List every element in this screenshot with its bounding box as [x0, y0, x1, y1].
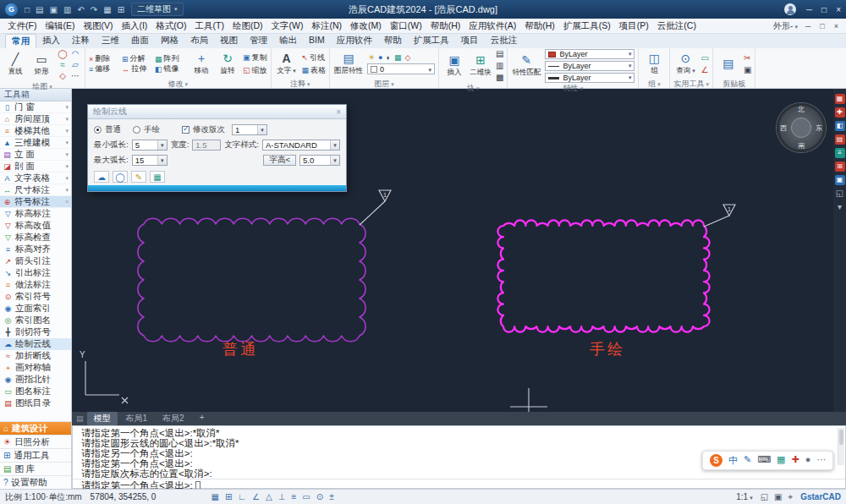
revision-number-select[interactable]: 1 — [232, 124, 267, 135]
ribbon-tab[interactable]: 曲面 — [125, 34, 155, 48]
draw-tool-button[interactable]: ▭ 矩形 — [30, 49, 53, 81]
status-toggle-icon[interactable]: ∟ — [238, 492, 246, 501]
block-tool-icon-button[interactable]: ▤ — [496, 49, 503, 59]
menu-item[interactable]: 标注(N) — [307, 19, 346, 33]
qat-icon[interactable]: ↷ — [91, 5, 97, 14]
side-tool-icon[interactable]: ◧ — [835, 121, 845, 131]
menu-item[interactable]: 项目(P) — [615, 19, 653, 33]
side-tool-icon[interactable]: ▦ — [835, 94, 845, 104]
ime-icon[interactable]: 中 — [728, 454, 738, 467]
ribbon-tab[interactable]: 注释 — [66, 34, 96, 48]
radio-freehand[interactable] — [133, 126, 140, 134]
toolbox-item[interactable]: ▽ 标高标注 — [0, 208, 71, 220]
status-toggle-icon[interactable]: ⊥ — [278, 492, 286, 501]
qat-icon[interactable]: ↶ — [77, 5, 84, 14]
menu-item[interactable]: 帮助(H) — [426, 19, 465, 33]
toolbox-item[interactable]: ≡ 做法标注 — [0, 279, 71, 291]
user-avatar[interactable] — [784, 3, 796, 15]
ime-icon[interactable]: ⌨ — [757, 454, 771, 467]
cloud-tool-icon[interactable]: ✎ — [131, 171, 146, 183]
toolbox-item[interactable]: ◉ 画指北针 — [0, 374, 71, 386]
compass-north-label[interactable]: 北 — [798, 105, 805, 114]
layout-tab[interactable]: 模型 — [87, 412, 118, 425]
draw-tool-icon-button[interactable]: ◇ — [57, 71, 69, 81]
window-control-button[interactable]: ─ — [806, 5, 812, 14]
panel-label-annotate[interactable]: 注释 — [275, 79, 327, 88]
modify-tool-button[interactable]: ◧ 镜像 — [155, 64, 186, 74]
status-toggle-icon[interactable]: ⊞ — [225, 492, 232, 501]
qat-icon[interactable]: ⊞ — [118, 5, 124, 14]
status-toggle-icon[interactable]: ≡ — [291, 492, 296, 501]
text-style-select[interactable]: A-STANDARD — [262, 140, 340, 151]
compass-south-label[interactable]: 南 — [798, 141, 805, 151]
block-tool-icon-button[interactable]: ▩ — [496, 73, 503, 83]
toolbox-item[interactable]: ╋ 剖切符号 — [0, 326, 71, 338]
text-height-select[interactable]: 5.0 — [299, 155, 340, 166]
status-toggle-icon[interactable]: ± — [329, 492, 334, 501]
toolbox-category[interactable]: ☀ 日照分析 — [0, 435, 71, 448]
draw-tool-icon-button[interactable]: ◯ — [57, 49, 69, 59]
draw-cloud-dialog[interactable]: 绘制云线 × 普通 手绘 修改版次 1 最小弧长: 5 宽度: 1.5 — [87, 104, 347, 192]
layer-select[interactable]: 0 — [367, 63, 435, 74]
width-field[interactable]: 1.5 — [192, 140, 221, 151]
menu-item[interactable]: 修改(M) — [346, 19, 386, 33]
panel-label-layer[interactable]: 图层 — [333, 79, 435, 88]
side-tool-icon[interactable]: ▣ — [835, 175, 845, 185]
side-tool-icon[interactable]: ⊞ — [835, 162, 845, 172]
draw-tool-icon-button[interactable]: ⋯ — [69, 71, 81, 81]
revision-number-marker[interactable]: 1 — [704, 205, 735, 227]
layout-tab[interactable]: 布局1 — [119, 412, 155, 425]
side-tool-icon[interactable]: ≡ — [835, 148, 845, 158]
toolbox-item[interactable]: ◎ 索引图名 — [0, 315, 71, 326]
ribbon-tab[interactable]: 管理 — [244, 34, 273, 48]
toolbox-group[interactable]: ▯ 门 窗 — [0, 101, 71, 113]
toolbox-category[interactable]: ▤ 图 库 — [0, 462, 71, 475]
menu-item[interactable]: 插入(I) — [117, 19, 151, 33]
menu-item[interactable]: 扩展工具(S) — [559, 19, 615, 33]
ribbon-tab[interactable]: 项目 — [455, 34, 485, 48]
input-method-toolbar[interactable]: S 中✎⌨▦✚●⋯ — [702, 451, 833, 470]
menu-item[interactable]: 视图(V) — [79, 19, 117, 33]
menu-item[interactable]: 编辑(E) — [41, 19, 79, 33]
status-toggle-icon[interactable]: ▭ — [302, 492, 310, 501]
revision-number-marker[interactable]: 1 — [360, 190, 391, 225]
scale-units-label[interactable]: 比例 1:100·单位:mm — [5, 491, 82, 503]
ribbon-tab[interactable]: 三维 — [96, 34, 125, 48]
toolbox-item[interactable]: ▭ 图名标注 — [0, 386, 71, 397]
annotation-scale[interactable]: 1:1 — [736, 492, 752, 501]
modify-tool-button[interactable]: ≡ 偏移 — [89, 64, 120, 74]
layer-state-icon[interactable]: ● — [378, 53, 382, 62]
toolbox-item[interactable]: ◉ 立面索引 — [0, 303, 71, 315]
profile-dropdown[interactable]: 外形- — [773, 20, 798, 32]
ribbon-tab[interactable]: 云批注 — [485, 34, 524, 48]
layer-state-icon[interactable]: ▦ — [394, 53, 402, 62]
side-tool-icon[interactable]: ▤ — [835, 134, 845, 145]
ribbon-tab[interactable]: BIM — [303, 34, 331, 48]
property-dropdown[interactable]: ByLayer — [545, 73, 634, 83]
toolbox-item[interactable]: ▽ 标高改值 — [0, 220, 71, 232]
ribbon-tab[interactable]: 网格 — [155, 34, 184, 48]
ribbon-tab[interactable]: 扩展工具 — [408, 34, 455, 48]
utility-icon-button[interactable]: ▭ — [700, 53, 708, 63]
qat-icon[interactable]: □ — [25, 5, 30, 14]
layer-properties-button[interactable]: ▤ 图层特性 — [333, 49, 364, 79]
cloud-tool-icon[interactable]: ☁ — [94, 171, 109, 183]
group-button[interactable]: ◫ 组 — [642, 49, 666, 79]
radio-normal[interactable] — [94, 126, 102, 134]
modify-tool-button[interactable]: ↔ 拉伸 — [122, 64, 153, 74]
menu-item[interactable]: 窗口(W) — [386, 19, 426, 33]
window-control-button[interactable]: × — [836, 5, 841, 14]
max-arc-select[interactable]: 15 — [132, 155, 168, 166]
panel-label-utilities[interactable]: 实用工具 — [673, 79, 708, 88]
annotate-tool-button[interactable]: ↖ 引线 — [302, 52, 327, 63]
menu-item[interactable]: 格式(O) — [151, 19, 190, 33]
toolbox-group[interactable]: A 文字表格 — [0, 173, 71, 184]
ribbon-tab[interactable]: 视图 — [214, 34, 244, 48]
text-height-button[interactable]: 字高< — [263, 155, 296, 166]
status-icon[interactable]: ◱ — [761, 492, 768, 502]
modify-tool-button[interactable]: ▦ 阵列 — [155, 54, 186, 64]
toolbox-category[interactable]: ? 设置帮助 — [0, 475, 71, 489]
toolbox-item[interactable]: ≡ 标高对齐 — [0, 244, 71, 255]
qat-icon[interactable]: ▤ — [36, 5, 43, 14]
match-properties-button[interactable]: ✎ 特性匹配 — [511, 49, 541, 83]
